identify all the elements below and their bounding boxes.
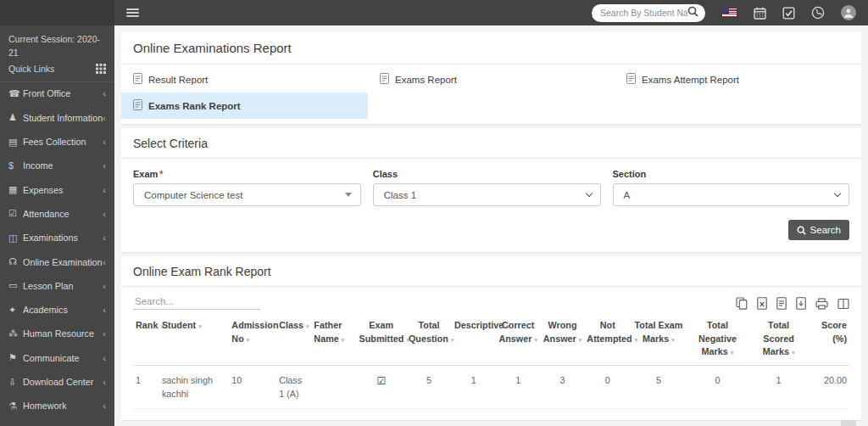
exam-select[interactable]: Computer Science test — [133, 183, 361, 206]
sort-icon: ▾ — [579, 337, 582, 343]
column-visibility-icon[interactable] — [837, 298, 849, 310]
calendar-icon[interactable] — [754, 7, 766, 20]
column-header-rank[interactable]: Rank▾ — [133, 313, 159, 365]
sidebar-item-download-center[interactable]: ⇩ Download Center ‹ — [0, 370, 114, 394]
sidebar-item-label: Expenses — [23, 185, 103, 195]
rank-table-container: Rank▾Student▾Admission No▾Class▾Father N… — [121, 311, 861, 420]
print-icon[interactable] — [815, 298, 828, 310]
field-label: Section — [613, 169, 850, 179]
whatsapp-icon[interactable] — [811, 6, 825, 20]
sidebar-item-attendance[interactable]: ☑ Attendance ‹ — [0, 202, 114, 226]
sidebar-toggle-icon[interactable] — [126, 8, 139, 17]
sidebar-item-examinations[interactable]: ◫ Examinations ‹ — [0, 227, 114, 250]
column-header-total-question[interactable]: Total Question▾ — [406, 313, 452, 365]
current-session-label: Current Session: 2020-21 — [8, 32, 106, 60]
chevron-left-icon: ‹ — [103, 328, 106, 339]
sidebar-item-label: Attendance — [23, 209, 103, 219]
report-link-exams-rank-report[interactable]: Exams Rank Report — [121, 92, 368, 119]
chevron-left-icon: ‹ — [103, 281, 106, 291]
excel-export-icon[interactable] — [757, 297, 767, 310]
cell-total-exam-marks: 5 — [631, 365, 686, 408]
column-header-father-name[interactable]: Father Name▾ — [311, 313, 356, 365]
sidebar-item-front-office[interactable]: ☎ Front Office ‹ — [0, 82, 114, 106]
search-icon — [797, 226, 806, 235]
sort-icon: ▾ — [306, 323, 309, 329]
not-submitted-cross-icon: ✖ — [377, 418, 385, 420]
column-header-wrong-answer[interactable]: Wrong Answer▾ — [541, 313, 585, 365]
sidebar-item-fees-collection[interactable]: ▤ Fees Collection ‹ — [0, 130, 114, 154]
sidebar: Current Session: 2020-21 Quick Links ☎ F… — [0, 0, 114, 426]
sidebar-item-expenses[interactable]: ▦ Expenses ‹ — [0, 178, 114, 202]
pdf-export-icon[interactable] — [796, 297, 806, 310]
report-link-exams-report[interactable]: Exams Report — [368, 66, 615, 92]
section-select[interactable]: A — [613, 183, 850, 206]
cell-total-scored-marks: 0 — [748, 409, 808, 420]
chevron-left-icon: ‹ — [103, 377, 106, 387]
sort-icon: ▾ — [342, 337, 345, 343]
sort-icon: ▾ — [198, 323, 202, 329]
main-content: Online Examinations Report Result Report… — [114, 25, 868, 426]
cell-total-question: 5 — [406, 409, 452, 420]
chevron-left-icon: ‹ — [103, 160, 106, 171]
column-header-class[interactable]: Class▾ — [276, 313, 311, 365]
user-plus-icon: ♟ — [8, 112, 23, 123]
sidebar-item-human-resource[interactable]: ⁂ Human Resource ‹ — [0, 322, 114, 346]
csv-export-icon[interactable] — [776, 297, 787, 310]
cell-exam-submitted: ☑ — [357, 365, 406, 408]
report-link-exams-attempt-report[interactable]: Exams Attempt Report — [615, 66, 861, 92]
global-search-input[interactable] — [600, 8, 687, 18]
class-select[interactable]: Class 1 — [373, 183, 601, 206]
sidebar-item-communicate[interactable]: ⚑ Communicate ‹ — [0, 346, 114, 370]
column-header-score-: Score (%) — [809, 313, 849, 365]
tasks-icon[interactable] — [782, 7, 795, 20]
language-flag-icon[interactable] — [721, 8, 737, 18]
sidebar-item-homework[interactable]: ⚗ Homework ‹ — [0, 395, 114, 418]
exam-field: Exam* Computer Science test — [133, 169, 361, 206]
report-links-card: Online Examinations Report Result Report… — [121, 31, 861, 124]
sidebar-item-label: Student Information — [23, 113, 103, 123]
report-link-result-report[interactable]: Result Report — [121, 66, 368, 92]
sidebar-item-income[interactable]: $ Income ‹ — [0, 154, 114, 178]
sidebar-item-student-information[interactable]: ♟ Student Information ‹ — [0, 106, 114, 130]
cell-descriptive: 1 — [452, 409, 496, 420]
copy-icon[interactable] — [736, 297, 748, 310]
dropdown-arrow-icon — [345, 193, 352, 197]
session-block: Current Session: 2020-21 Quick Links — [0, 25, 114, 82]
headset-icon: ☎ — [8, 88, 23, 99]
sort-icon: ▾ — [792, 350, 795, 356]
column-header-correct-answer[interactable]: Correct Answer▾ — [496, 313, 541, 365]
column-header-admission-no[interactable]: Admission No▾ — [229, 313, 276, 365]
user-avatar[interactable] — [841, 5, 856, 20]
column-header-exam-submitted[interactable]: Exam Submitted▾ — [357, 313, 406, 365]
column-header-total-scored-marks[interactable]: Total Scored Marks▾ — [748, 313, 808, 365]
column-header-total-negative-marks[interactable]: Total Negative Marks▾ — [687, 313, 749, 365]
cell-descriptive: 1 — [452, 365, 496, 408]
report-links-grid: Result ReportExams ReportExams Attempt R… — [121, 64, 861, 124]
quick-links-grid-icon[interactable] — [96, 64, 106, 74]
sidebar-item-library[interactable]: ❏ Library ‹ — [0, 418, 114, 426]
cell-score-pct: 20.00 — [809, 365, 849, 408]
sidebar-item-lesson-plan[interactable]: ▭ Lesson Plan ‹ — [0, 274, 114, 298]
column-header-not-attempted[interactable]: Not Attempted▾ — [584, 313, 631, 365]
export-toolbar — [736, 297, 849, 310]
chevron-down-icon — [834, 190, 841, 197]
table-row: 2Ragini singh1 PatelSTD130Class 1 (A)Bha… — [133, 409, 849, 420]
sort-icon: ▾ — [671, 337, 675, 343]
sitemap-icon: ⁂ — [8, 328, 23, 339]
sidebar-item-online-examinations[interactable]: ☊ Online Examinations ‹ — [0, 250, 114, 274]
horizontal-scrollbar-thumb[interactable] — [841, 420, 856, 426]
column-header-total-exam-marks[interactable]: Total Exam Marks▾ — [631, 313, 686, 365]
column-header-student[interactable]: Student▾ — [159, 313, 229, 365]
table-search-input[interactable] — [133, 294, 260, 310]
search-icon[interactable] — [687, 5, 698, 20]
logo-area — [0, 0, 114, 25]
sort-icon: ▾ — [731, 350, 734, 356]
sort-icon: ▾ — [247, 337, 250, 343]
sidebar-item-academics[interactable]: ✦ Academics ‹ — [0, 298, 114, 322]
field-label: Exam* — [133, 169, 361, 179]
criteria-search-button[interactable]: Search — [788, 220, 849, 240]
chevron-left-icon: ‹ — [103, 353, 106, 363]
document-icon — [133, 99, 142, 112]
column-header-descriptive[interactable]: Descriptive▾ — [452, 313, 496, 365]
cell-father-name — [311, 365, 356, 408]
